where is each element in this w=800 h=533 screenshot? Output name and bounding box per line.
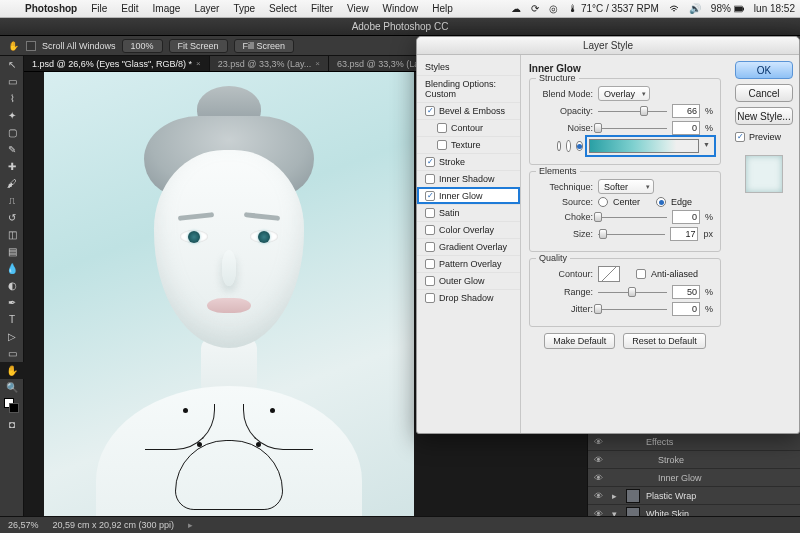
chevron-right-icon[interactable]: ▸ [188,520,193,530]
status-volume-icon[interactable]: 🔊 [684,3,706,14]
shape-tool-icon[interactable]: ▭ [0,345,24,362]
checkbox[interactable] [425,276,435,286]
style-row-color-overlay[interactable]: Color Overlay [417,221,520,238]
layer-effect-item[interactable]: 👁 Stroke [588,451,800,469]
zoom-100-button[interactable]: 100% [122,39,163,53]
document-info[interactable]: 20,59 cm x 20,92 cm (300 ppi) [53,520,175,530]
status-clock[interactable]: lun 18:52 [749,3,800,14]
choke-input[interactable]: 0 [672,210,700,224]
new-style-button[interactable]: New Style... [735,107,793,125]
cancel-button[interactable]: Cancel [735,84,793,102]
menu-file[interactable]: File [84,3,114,14]
checkbox[interactable] [425,174,435,184]
antialiased-checkbox[interactable] [636,269,646,279]
type-tool-icon[interactable]: T [0,311,24,328]
menu-edit[interactable]: Edit [114,3,145,14]
style-row-drop-shadow[interactable]: Drop Shadow [417,289,520,306]
gradient-source-radio[interactable] [576,141,583,151]
choke-slider[interactable] [598,211,667,223]
eyedropper-tool-icon[interactable]: ✎ [0,141,24,158]
lasso-tool-icon[interactable]: ⌇ [0,90,24,107]
dialog-titlebar[interactable]: Layer Style [417,37,799,55]
glow-gradient-picker[interactable] [588,138,713,154]
checkbox[interactable] [425,157,435,167]
menu-image[interactable]: Image [146,3,188,14]
status-cc-icon[interactable]: ◎ [544,3,563,14]
foreground-swatch[interactable] [4,398,14,408]
checkbox[interactable] [425,208,435,218]
checkbox[interactable] [425,259,435,269]
style-row-gradient-overlay[interactable]: Gradient Overlay [417,238,520,255]
opacity-input[interactable]: 66 [672,104,700,118]
close-icon[interactable]: × [315,59,320,68]
chevron-right-icon[interactable]: ▸ [612,491,620,501]
pen-tool-icon[interactable]: ✒ [0,294,24,311]
jitter-slider[interactable] [598,303,667,315]
status-cloud-icon[interactable]: ☁ [506,3,526,14]
noise-input[interactable]: 0 [672,121,700,135]
technique-select[interactable]: Softer [598,179,654,194]
menu-select[interactable]: Select [262,3,304,14]
zoom-level[interactable]: 26,57% [8,520,39,530]
visibility-icon[interactable]: 👁 [594,473,606,483]
glow-color-swatch[interactable] [566,140,571,152]
fill-screen-button[interactable]: Fill Screen [234,39,295,53]
status-sync-icon[interactable]: ⟳ [526,3,544,14]
chevron-down-icon[interactable]: ▾ [612,509,620,517]
source-center-radio[interactable] [598,197,608,207]
background-swatch[interactable] [9,403,19,413]
quickmask-icon[interactable]: ◘ [0,416,24,433]
noise-slider[interactable] [598,122,667,134]
checkbox[interactable] [437,140,447,150]
size-input[interactable]: 17 [670,227,698,241]
size-slider[interactable] [598,228,665,240]
zoom-tool-icon[interactable]: 🔍 [0,379,24,396]
style-row-stroke[interactable]: Stroke [417,153,520,170]
gradient-tool-icon[interactable]: ▤ [0,243,24,260]
range-slider[interactable] [598,286,667,298]
make-default-button[interactable]: Make Default [544,333,615,349]
menu-view[interactable]: View [340,3,376,14]
range-input[interactable]: 50 [672,285,700,299]
color-swatches[interactable] [0,396,23,416]
healing-tool-icon[interactable]: ✚ [0,158,24,175]
style-row-contour[interactable]: Contour [417,119,520,136]
style-row-pattern-overlay[interactable]: Pattern Overlay [417,255,520,272]
reset-default-button[interactable]: Reset to Default [623,333,706,349]
menu-filter[interactable]: Filter [304,3,340,14]
checkbox[interactable] [425,106,435,116]
opacity-slider[interactable] [598,105,667,117]
status-battery[interactable]: 98% [706,3,749,14]
crop-tool-icon[interactable]: ▢ [0,124,24,141]
blur-tool-icon[interactable]: 💧 [0,260,24,277]
preview-checkbox[interactable] [735,132,745,142]
marquee-tool-icon[interactable]: ▭ [0,73,24,90]
checkbox[interactable] [425,242,435,252]
checkbox[interactable] [425,293,435,303]
dodge-tool-icon[interactable]: ◐ [0,277,24,294]
current-tool-hand-icon[interactable]: ✋ [6,39,20,53]
visibility-icon[interactable]: 👁 [594,437,606,447]
app-menu[interactable]: Photoshop [18,3,84,14]
checkbox[interactable] [425,191,435,201]
fit-screen-button[interactable]: Fit Screen [169,39,228,53]
layer-row[interactable]: 👁 ▾ White Skin [588,505,800,516]
brush-tool-icon[interactable]: 🖌 [0,175,24,192]
document-tab[interactable]: 23.psd @ 33,3% (Lay...× [210,56,329,71]
style-row-texture[interactable]: Texture [417,136,520,153]
ok-button[interactable]: OK [735,61,793,79]
menu-type[interactable]: Type [226,3,262,14]
layer-effects-row[interactable]: 👁 Effects [588,433,800,451]
eraser-tool-icon[interactable]: ◫ [0,226,24,243]
layer-effect-item[interactable]: 👁 Inner Glow [588,469,800,487]
close-icon[interactable]: × [196,59,201,68]
history-brush-tool-icon[interactable]: ↺ [0,209,24,226]
menu-help[interactable]: Help [425,3,460,14]
gradient-swatch[interactable] [589,139,699,153]
path-tool-icon[interactable]: ▷ [0,328,24,345]
hand-tool-icon[interactable]: ✋ [0,362,24,379]
layer-row[interactable]: 👁 ▸ Plastic Wrap [588,487,800,505]
style-row-satin[interactable]: Satin [417,204,520,221]
color-source-radio[interactable] [557,141,561,151]
move-tool-icon[interactable]: ↖ [0,56,24,73]
